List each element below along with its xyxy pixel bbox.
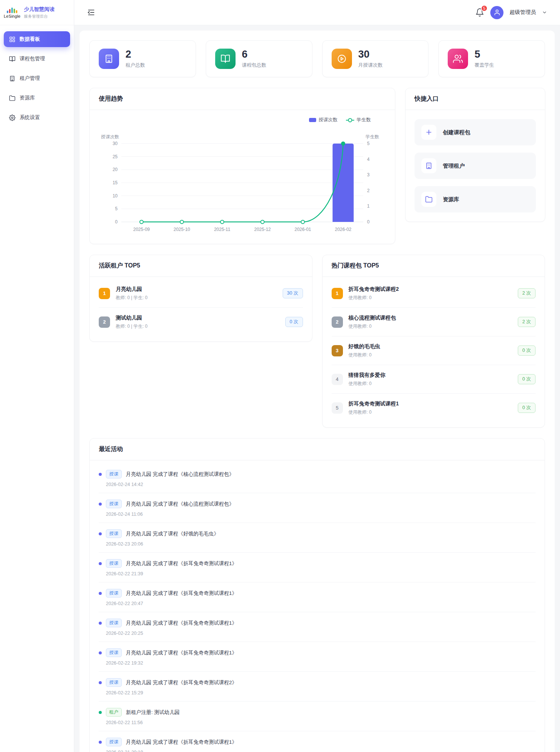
recent-activity-card: 最近活动 授课月亮幼儿园 完成了课程《核心流程测试课程包》 2026-02-24… <box>89 438 545 752</box>
app-titles: 少儿智慧阅读 服务管理后台 <box>24 6 54 19</box>
stats-row: 2 租户总数 6 课程包总数 <box>89 40 545 77</box>
card-title: 最近活动 <box>90 439 545 460</box>
count-badge: 2 次 <box>518 317 536 327</box>
usage-trend-card: 使用趋势 授课次数 学生数 051015202530012345授课次数学生数2… <box>89 88 395 244</box>
activity-tag: 租户 <box>106 708 122 717</box>
activity-text: 月亮幼儿园 完成了课程《折耳兔奇奇测试课程1》 <box>126 739 237 746</box>
svg-text:2: 2 <box>367 188 370 193</box>
folder-icon <box>9 95 15 101</box>
list-item: 授课月亮幼儿园 完成了课程《好饿的毛毛虫》 2026-02-23 20:06 <box>99 523 536 553</box>
rank-badge: 2 <box>99 316 110 328</box>
activity-time: 2026-02-22 15:29 <box>106 690 536 695</box>
list-item: 授课月亮幼儿园 完成了课程《折耳兔奇奇测试课程1》 2026-02-22 20:… <box>99 612 536 642</box>
rank-badge: 1 <box>99 288 110 299</box>
svg-text:2025-09: 2025-09 <box>133 227 150 232</box>
svg-text:5: 5 <box>367 141 370 146</box>
svg-text:4: 4 <box>367 157 370 162</box>
svg-text:2026-02: 2026-02 <box>335 227 351 232</box>
count-badge: 2 次 <box>518 288 536 298</box>
card-title: 快捷入口 <box>405 88 545 110</box>
activity-tag: 授课 <box>106 559 122 568</box>
app-subtitle: 服务管理后台 <box>24 14 54 19</box>
list-item[interactable]: 5 折耳兔奇奇测试课程1使用教师: 0 0 次 <box>332 394 536 422</box>
activity-text: 月亮幼儿园 完成了课程《折耳兔奇奇测试课程1》 <box>126 590 237 597</box>
quick-item-label: 创建课程包 <box>443 129 470 136</box>
quick-item-label: 资源库 <box>443 196 459 203</box>
svg-text:10: 10 <box>113 193 118 199</box>
legend-item-line: 学生数 <box>346 117 371 123</box>
sidebar-item-resources[interactable]: 资源库 <box>4 90 70 106</box>
package-name: 折耳兔奇奇测试课程1 <box>349 400 399 407</box>
sidebar-item-label: 课程包管理 <box>20 55 45 62</box>
notification-badge: 5 <box>481 5 488 12</box>
activity-tag: 授课 <box>106 678 122 687</box>
play-circle-icon <box>332 49 352 69</box>
tenant-name: 月亮幼儿园 <box>116 286 142 292</box>
avatar[interactable] <box>490 6 503 19</box>
sidebar-item-tenants[interactable]: 租户管理 <box>4 70 70 86</box>
notifications-button[interactable]: 5 <box>475 8 484 17</box>
chevron-down-icon[interactable] <box>542 10 547 15</box>
activity-text: 月亮幼儿园 完成了课程《折耳兔奇奇测试课程2》 <box>126 679 237 686</box>
package-name: 核心流程测试课程包 <box>349 315 396 321</box>
list-item[interactable]: 4 猜猜我有多爱你使用教师: 0 0 次 <box>332 365 536 394</box>
sidebar-collapse-icon[interactable] <box>87 8 95 17</box>
page-content: 2 租户总数 6 课程包总数 <box>74 25 560 752</box>
chart-legend: 授课次数 学生数 <box>90 110 395 124</box>
activity-dot <box>99 473 102 476</box>
activity-tag: 授课 <box>106 470 122 478</box>
list-item[interactable]: 2 测试幼儿园教师: 0 | 学生: 0 0 次 <box>99 308 303 336</box>
hot-packages-list: 1 折耳兔奇奇测试课程2使用教师: 0 2 次 2 核心流程测试课程包使用教师:… <box>323 277 545 427</box>
stat-card-tenants: 2 租户总数 <box>89 40 196 77</box>
chart-body: 051015202530012345授课次数学生数2025-092025-102… <box>90 124 395 244</box>
sidebar-item-settings[interactable]: 系统设置 <box>4 110 70 125</box>
activity-time: 2026-02-22 21:39 <box>106 571 536 576</box>
gear-icon <box>9 115 15 121</box>
building-icon <box>9 75 15 82</box>
activity-dot <box>99 562 102 565</box>
activity-dot <box>99 592 102 595</box>
list-item: 授课月亮幼儿园 完成了课程《折耳兔奇奇测试课程1》 2026-02-22 20:… <box>99 582 536 612</box>
svg-text:3: 3 <box>367 172 370 177</box>
sidebar-item-label: 资源库 <box>20 95 35 101</box>
list-item: 租户新租户注册: 测试幼儿园 2026-02-22 11:56 <box>99 702 536 731</box>
stat-card-monthly-lessons: 30 月授课次数 <box>322 40 429 77</box>
list-item[interactable]: 3 好饿的毛毛虫使用教师: 0 0 次 <box>332 336 536 365</box>
book-open-icon <box>215 49 236 69</box>
card-title: 热门课程包 TOP5 <box>323 255 545 277</box>
main-area: 5 超级管理员 2 <box>74 0 560 752</box>
rank-badge: 4 <box>332 374 343 385</box>
stat-label: 覆盖学生 <box>474 62 494 69</box>
quick-item-manage-tenants[interactable]: 管理租户 <box>415 153 536 179</box>
svg-text:5: 5 <box>115 206 118 211</box>
list-item[interactable]: 2 核心流程测试课程包使用教师: 0 2 次 <box>332 308 536 336</box>
package-meta: 使用教师: 0 <box>349 352 513 358</box>
sidebar-item-dashboard[interactable]: 数据看板 <box>4 31 70 47</box>
user-name[interactable]: 超级管理员 <box>510 9 536 16</box>
quick-item-create-package[interactable]: 创建课程包 <box>415 119 536 145</box>
activity-time: 2026-02-22 20:25 <box>106 631 536 636</box>
package-meta: 使用教师: 0 <box>349 323 513 330</box>
svg-text:25: 25 <box>113 154 118 159</box>
count-badge: 30 次 <box>283 288 303 298</box>
activity-time: 2026-02-22 20:47 <box>106 601 536 606</box>
activity-time: 2026-02-22 11:56 <box>106 720 536 725</box>
rank-badge: 1 <box>332 288 343 299</box>
activity-text: 月亮幼儿园 完成了课程《折耳兔奇奇测试课程1》 <box>126 620 237 627</box>
activity-text: 月亮幼儿园 完成了课程《好饿的毛毛虫》 <box>126 530 219 537</box>
sidebar-item-course-packages[interactable]: 课程包管理 <box>4 51 70 67</box>
activity-text: 月亮幼儿园 完成了课程《核心流程测试课程包》 <box>126 471 234 478</box>
active-tenants-card: 活跃租户 TOP5 1 月亮幼儿园教师: 0 | 学生: 0 30 次 2 测试… <box>89 255 312 342</box>
list-item[interactable]: 1 折耳兔奇奇测试课程2使用教师: 0 2 次 <box>332 279 536 308</box>
rank-badge: 2 <box>332 316 343 328</box>
svg-text:30: 30 <box>113 141 118 146</box>
stat-value: 2 <box>125 49 145 60</box>
quick-item-label: 管理租户 <box>443 162 465 170</box>
card-title: 活跃租户 TOP5 <box>90 255 312 277</box>
users-icon <box>448 49 468 69</box>
rank-badge: 3 <box>332 345 343 356</box>
quick-item-resources[interactable]: 资源库 <box>415 186 536 212</box>
user-icon <box>494 9 500 16</box>
list-item[interactable]: 1 月亮幼儿园教师: 0 | 学生: 0 30 次 <box>99 279 303 308</box>
svg-text:2025-10: 2025-10 <box>173 227 190 232</box>
